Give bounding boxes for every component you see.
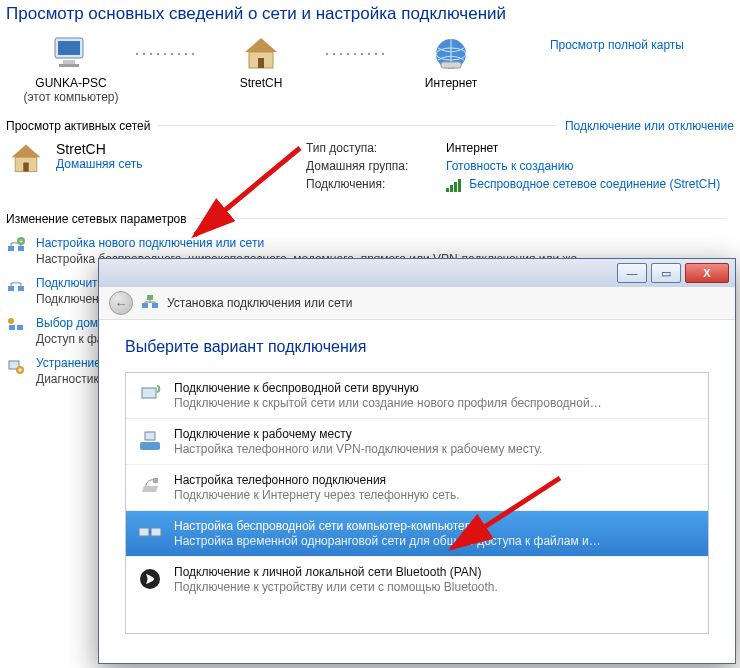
svg-marker-5 [245,38,277,52]
connection-option[interactable]: Настройка беспроводной сети компьютер-ко… [126,511,708,557]
connection-option[interactable]: Подключение к беспроводной сети вручнуюП… [126,373,708,419]
connections-label: Подключения: [306,177,436,191]
active-section-label: Просмотр активных сетей [6,119,150,133]
network-map: GUNKA-PSC(этот компьютер) StretCH Интерн… [0,34,740,105]
option-icon [136,381,164,409]
pc-sub: (этот компьютер) [24,90,119,104]
connection-option[interactable]: Подключение к рабочему местуНастройка те… [126,419,708,465]
svg-rect-20 [18,286,24,291]
connection-option[interactable]: Настройка телефонного подключенияПодключ… [126,465,708,511]
svg-marker-12 [12,144,41,157]
access-value: Интернет [446,141,720,155]
svg-rect-15 [8,246,14,251]
homegroup-label: Домашняя группа: [306,159,436,173]
option-desc: Настройка временной одноранговой сети дл… [174,534,604,548]
network-info-grid: Тип доступа: Интернет Домашняя группа: Г… [306,141,720,192]
connect-toggle-link[interactable]: Подключение или отключение [565,119,734,133]
homegroup-link[interactable]: Готовность к созданию [446,159,720,173]
wizard-title: Выберите вариант подключения [125,338,709,356]
svg-rect-1 [58,41,80,55]
back-button[interactable]: ← [109,291,133,315]
home-icon [6,141,46,177]
svg-rect-7 [258,58,264,68]
connection-link[interactable]: Беспроводное сетевое соединение (StretCH… [469,177,720,191]
svg-rect-29 [147,295,153,300]
access-label: Тип доступа: [306,141,436,155]
network-small-icon [141,293,159,314]
option-title: Подключение к рабочему месту [174,427,542,441]
option-scroll[interactable]: Подключение к беспроводной сети вручнуюП… [126,373,708,633]
svg-rect-31 [140,442,160,450]
param-icon [6,276,26,299]
option-title: Настройка беспроводной сети компьютер-ко… [174,519,604,533]
svg-rect-16 [18,246,24,251]
divider [158,125,557,126]
wifi-signal-icon [446,178,462,192]
divider [195,218,726,219]
map-link-1 [136,34,196,74]
svg-rect-14 [23,162,28,171]
params-section-label: Изменение сетевых параметров [6,212,187,226]
svg-rect-3 [59,64,79,67]
option-icon [136,519,164,547]
svg-rect-30 [142,388,156,398]
map-node-internet: Интернет [386,34,516,90]
wizard-header: ← Установка подключения или сети [99,287,735,320]
option-list: Подключение к беспроводной сети вручнуюП… [125,372,709,634]
map-link-2 [326,34,386,74]
active-network-block: StretCH Домашняя сеть [6,141,306,192]
svg-point-23 [8,318,14,324]
svg-rect-32 [145,432,155,440]
svg-rect-27 [142,303,148,308]
window-titlebar: — ▭ X [99,259,735,287]
pc-name: GUNKA-PSC [35,76,106,90]
page-title: Просмотр основных сведений о сети и наст… [6,4,740,24]
minimize-button[interactable]: — [617,263,647,283]
svg-rect-21 [9,325,15,330]
option-title: Подключение к беспроводной сети вручную [174,381,604,395]
svg-rect-22 [17,325,23,330]
internet-label: Интернет [425,76,477,90]
home-icon [239,34,283,74]
view-full-map-link[interactable]: Просмотр полной карты [550,38,684,52]
close-button[interactable]: X [685,263,729,283]
param-icon [6,356,26,379]
connection-option[interactable]: Подключение к личной локальной сети Blue… [126,557,708,602]
param-icon [6,316,26,339]
param-icon: + [6,236,26,259]
option-icon [136,427,164,455]
option-title: Подключение к личной локальной сети Blue… [174,565,498,579]
wizard-header-text: Установка подключения или сети [167,296,352,310]
svg-rect-33 [153,478,158,483]
svg-rect-34 [139,528,149,536]
svg-rect-11 [441,62,461,68]
option-desc: Подключение к устройству или сети с помо… [174,580,498,594]
network-type-link[interactable]: Домашняя сеть [56,157,142,171]
option-icon [136,565,164,593]
router-name: StretCH [240,76,283,90]
svg-rect-28 [152,303,158,308]
map-node-pc: GUNKA-PSC(этот компьютер) [6,34,136,105]
map-node-router: StretCH [196,34,326,90]
svg-rect-19 [8,286,14,291]
option-icon [136,473,164,501]
svg-rect-35 [151,528,161,536]
globe-icon [429,34,473,74]
svg-rect-2 [63,60,75,64]
pc-icon [49,34,93,74]
active-network-name: StretCH [56,141,142,157]
option-desc: Настройка телефонного или VPN-подключени… [174,442,542,456]
option-title: Настройка телефонного подключения [174,473,460,487]
param-title[interactable]: Настройка нового подключения или сети [36,236,593,250]
wizard-window: — ▭ X ← Установка подключения или сети В… [98,258,736,664]
svg-text:+: + [19,238,23,245]
maximize-button[interactable]: ▭ [651,263,681,283]
option-desc: Подключение к Интернету через телефонную… [174,488,460,502]
option-desc: Подключение к скрытой сети или создание … [174,396,604,410]
